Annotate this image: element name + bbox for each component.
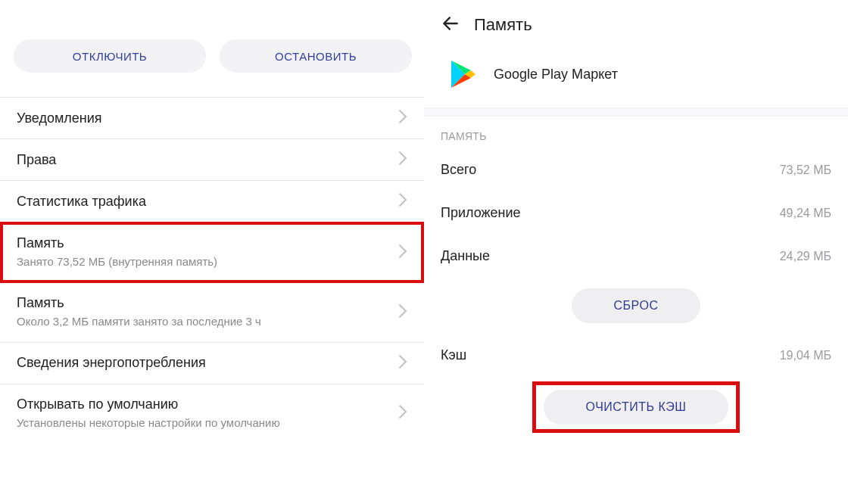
row-permissions[interactable]: Права: [0, 138, 424, 180]
left-pane: ОТКЛЮЧИТЬ ОСТАНОВИТЬ Уведомления Права С…: [0, 0, 424, 504]
chevron-right-icon: [398, 110, 407, 126]
stat-label: Кэш: [441, 347, 466, 363]
row-subtitle: Занято 73,52 МБ (внутренняя память): [17, 254, 217, 269]
stat-app: Приложение 49,24 МБ: [424, 191, 848, 235]
row-subtitle: Около 3,2 МБ памяти занято за последние …: [17, 314, 261, 329]
row-storage-highlighted[interactable]: Память Занято 73,52 МБ (внутренняя памят…: [0, 222, 424, 283]
stat-label: Данные: [441, 248, 490, 264]
row-traffic[interactable]: Статистика трафика: [0, 180, 424, 222]
right-pane: Память Google Play Маркет ПАМЯТЬ Всего 7…: [424, 0, 848, 504]
app-info-row: Google Play Маркет: [424, 44, 848, 107]
row-notifications[interactable]: Уведомления: [0, 97, 424, 138]
chevron-right-icon: [398, 244, 407, 261]
stat-total: Всего 73,52 МБ: [424, 148, 848, 191]
stat-value: 19,04 МБ: [780, 349, 831, 362]
settings-list: Уведомления Права Статистика трафика: [0, 97, 424, 443]
section-label: ПАМЯТЬ: [424, 117, 848, 148]
row-title: Открывать по умолчанию: [17, 397, 280, 412]
header-title: Память: [474, 15, 532, 35]
stop-button[interactable]: ОСТАНОВИТЬ: [220, 39, 412, 73]
row-subtitle: Установлены некоторые настройки по умолч…: [17, 415, 280, 431]
chevron-right-icon: [398, 304, 407, 321]
reset-wrap: СБРОС: [424, 278, 848, 334]
row-title: Сведения энергопотребления: [17, 355, 206, 371]
stat-label: Приложение: [441, 205, 521, 221]
stat-value: 73,52 МБ: [780, 163, 831, 177]
stat-cache: Кэш 19,04 МБ: [424, 334, 848, 377]
clear-cache-wrap: ОЧИСТИТЬ КЭШ: [424, 377, 848, 433]
chevron-right-icon: [398, 193, 407, 210]
stat-data: Данные 24,29 МБ: [424, 235, 848, 278]
back-icon[interactable]: [441, 14, 460, 36]
highlight-box: ОЧИСТИТЬ КЭШ: [532, 381, 740, 433]
divider: [424, 107, 848, 117]
row-title: Статистика трафика: [17, 194, 146, 210]
chevron-right-icon: [398, 405, 407, 422]
stat-value: 24,29 МБ: [780, 250, 831, 263]
disable-button[interactable]: ОТКЛЮЧИТЬ: [14, 39, 206, 73]
header: Память: [424, 0, 848, 44]
row-title: Память: [17, 295, 261, 311]
reset-button[interactable]: СБРОС: [572, 288, 701, 323]
app-name: Google Play Маркет: [494, 67, 618, 82]
row-open-default[interactable]: Открывать по умолчанию Установлены некот…: [0, 384, 424, 443]
chevron-right-icon: [398, 151, 407, 168]
stat-value: 49,24 МБ: [780, 207, 831, 220]
row-title: Память: [17, 235, 217, 251]
row-power[interactable]: Сведения энергопотребления: [0, 342, 424, 384]
row-storage-recent[interactable]: Память Около 3,2 МБ памяти занято за пос…: [0, 283, 424, 341]
chevron-right-icon: [398, 355, 407, 372]
action-buttons: ОТКЛЮЧИТЬ ОСТАНОВИТЬ: [0, 0, 424, 97]
clear-cache-button[interactable]: ОЧИСТИТЬ КЭШ: [544, 390, 729, 425]
row-title: Права: [17, 152, 56, 168]
row-title: Уведомления: [17, 110, 102, 126]
stat-label: Всего: [441, 162, 476, 178]
google-play-icon: [450, 59, 477, 89]
